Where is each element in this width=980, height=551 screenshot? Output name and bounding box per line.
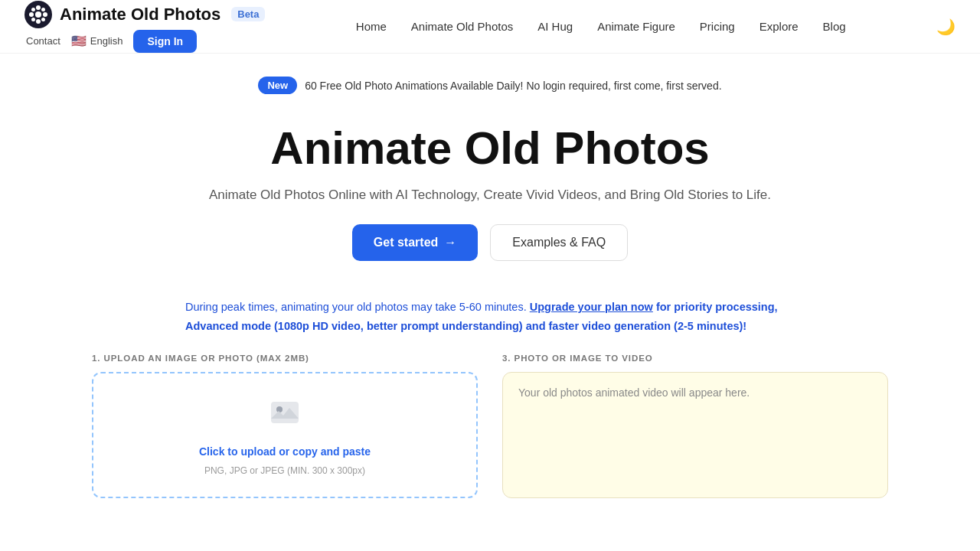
peak-prefix: During peak times, animating your old ph…: [185, 301, 530, 313]
svg-point-5: [31, 8, 35, 11]
main-nav: Home Animate Old Photos AI Hug Animate F…: [356, 20, 846, 33]
nav-animate-figure[interactable]: Animate Figure: [597, 20, 675, 33]
svg-point-6: [41, 8, 45, 11]
video-section-label: 3. PHOTO OR IMAGE TO VIDEO: [502, 354, 888, 363]
hero-buttons: Get started → Examples & FAQ: [24, 224, 956, 261]
nav-ai-hug[interactable]: AI Hug: [537, 20, 573, 33]
header: Animate Old Photos Beta Contact 🇺🇸 Engli…: [0, 0, 980, 54]
hero-subtitle: Animate Old Photos Online with AI Techno…: [24, 187, 956, 203]
svg-point-9: [35, 11, 41, 18]
header-right: 🌙: [936, 18, 956, 36]
flag-icon: 🇺🇸: [71, 34, 87, 48]
nav-explore[interactable]: Explore: [760, 20, 799, 33]
nav-blog[interactable]: Blog: [823, 20, 846, 33]
photo-icon-svg: [266, 394, 303, 431]
logo-title: Animate Old Photos: [60, 5, 220, 24]
video-column: 3. PHOTO OR IMAGE TO VIDEO Your old phot…: [502, 354, 888, 498]
video-output-box: Your old photos animated video will appe…: [502, 372, 888, 498]
nav-pricing[interactable]: Pricing: [700, 20, 735, 33]
signin-button[interactable]: Sign In: [133, 30, 197, 53]
video-placeholder: Your old photos animated video will appe…: [518, 386, 750, 399]
svg-point-7: [31, 18, 35, 21]
arrow-icon: →: [444, 236, 456, 249]
upload-section-label: 1. UPLOAD AN IMAGE OR PHOTO (MAX 2MB): [92, 354, 478, 363]
logo-icon: [24, 1, 52, 28]
svg-point-1: [36, 5, 41, 10]
nav-home[interactable]: Home: [356, 20, 387, 33]
dark-mode-toggle[interactable]: 🌙: [936, 18, 956, 36]
announcement-bar: New 60 Free Old Photo Animations Availab…: [0, 66, 980, 105]
header-sub: Contact 🇺🇸 English Sign In: [24, 30, 265, 53]
upload-box[interactable]: Click to upload or copy and paste PNG, J…: [92, 372, 478, 498]
upgrade-link[interactable]: Upgrade your plan now: [530, 301, 653, 313]
upload-hint: PNG, JPG or JPEG (MIN. 300 x 300px): [204, 465, 365, 476]
nav-animate-old-photos[interactable]: Animate Old Photos: [411, 20, 513, 33]
new-badge: New: [258, 77, 297, 94]
contact-link[interactable]: Contact: [26, 35, 60, 47]
image-upload-icon: [266, 394, 303, 438]
hero-section: Animate Old Photos Animate Old Photos On…: [0, 105, 980, 298]
svg-point-2: [36, 19, 41, 24]
svg-rect-10: [271, 402, 299, 423]
upload-column: 1. UPLOAD AN IMAGE OR PHOTO (MAX 2MB) Cl…: [92, 354, 478, 498]
get-started-label: Get started: [374, 236, 438, 249]
svg-point-8: [41, 18, 45, 21]
moon-icon: 🌙: [936, 18, 956, 36]
logo-row: Animate Old Photos Beta: [24, 1, 265, 28]
svg-point-11: [276, 406, 283, 412]
upload-label: Click to upload or copy and paste: [199, 445, 371, 458]
peak-notice: During peak times, animating your old ph…: [161, 298, 819, 335]
upload-section: 1. UPLOAD AN IMAGE OR PHOTO (MAX 2MB) Cl…: [31, 354, 949, 498]
examples-faq-button[interactable]: Examples & FAQ: [490, 224, 628, 261]
header-left: Animate Old Photos Beta Contact 🇺🇸 Engli…: [24, 1, 265, 53]
announcement-text: 60 Free Old Photo Animations Available D…: [305, 80, 721, 92]
click-to-upload: Click to upload: [199, 445, 276, 458]
beta-badge: Beta: [231, 7, 265, 21]
language-label: English: [90, 35, 123, 47]
get-started-button[interactable]: Get started →: [352, 224, 478, 261]
language-button[interactable]: 🇺🇸 English: [71, 34, 123, 48]
upload-or-text: or copy and paste: [279, 445, 371, 458]
svg-point-4: [43, 12, 47, 17]
svg-point-3: [29, 12, 34, 17]
hero-title: Animate Old Photos: [24, 123, 956, 174]
